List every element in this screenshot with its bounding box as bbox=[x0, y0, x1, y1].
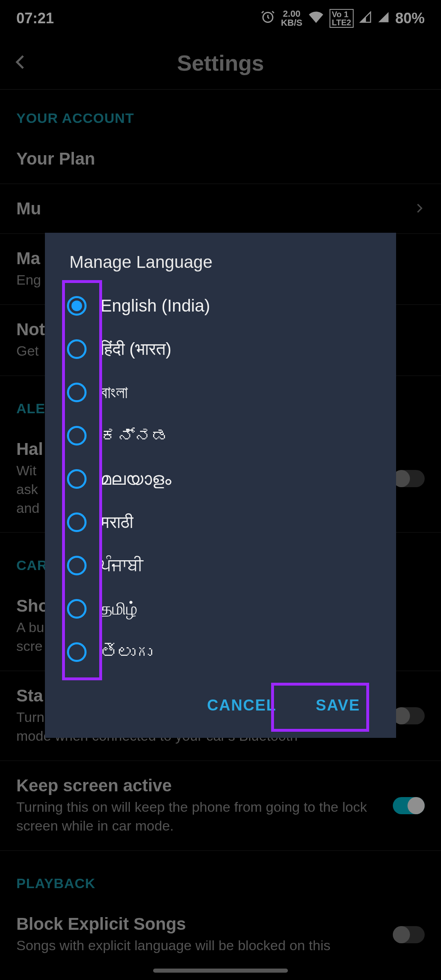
radio-icon[interactable] bbox=[67, 469, 87, 489]
language-label: English (India) bbox=[100, 296, 210, 316]
save-button[interactable]: SAVE bbox=[304, 690, 372, 721]
radio-icon[interactable] bbox=[67, 383, 87, 402]
language-option[interactable]: தமிழ் bbox=[67, 587, 374, 630]
language-option[interactable]: ಕನ್ನಡ bbox=[67, 414, 374, 457]
language-list: English (India)हिंदी (भारत)বাংলাಕನ್ನಡമലയ… bbox=[45, 284, 396, 674]
radio-icon[interactable] bbox=[67, 512, 87, 532]
language-label: മലയാളം bbox=[100, 469, 172, 489]
language-label: தமிழ் bbox=[100, 599, 138, 619]
language-option[interactable]: తెలుగు bbox=[67, 630, 374, 674]
radio-icon[interactable] bbox=[67, 426, 87, 445]
radio-icon[interactable] bbox=[67, 642, 87, 662]
language-label: हिंदी (भारत) bbox=[100, 339, 172, 359]
cancel-button[interactable]: CANCEL bbox=[196, 690, 288, 721]
radio-icon[interactable] bbox=[67, 556, 87, 575]
language-option[interactable]: বাংলা bbox=[67, 371, 374, 414]
dialog-title: Manage Language bbox=[45, 252, 396, 284]
language-label: বাংলা bbox=[100, 383, 128, 402]
language-option[interactable]: English (India) bbox=[67, 284, 374, 327]
language-option[interactable]: मराठी bbox=[67, 501, 374, 544]
language-label: मराठी bbox=[100, 512, 133, 532]
language-option[interactable]: മലയാളം bbox=[67, 457, 374, 501]
language-option[interactable]: ਪੰਜਾਬੀ bbox=[67, 544, 374, 587]
language-option[interactable]: हिंदी (भारत) bbox=[67, 327, 374, 371]
manage-language-dialog: Manage Language English (India)हिंदी (भा… bbox=[45, 233, 396, 738]
language-label: ಕನ್ನಡ bbox=[100, 426, 169, 445]
radio-icon[interactable] bbox=[67, 599, 87, 619]
language-label: ਪੰਜਾਬੀ bbox=[100, 556, 143, 575]
radio-icon[interactable] bbox=[67, 296, 87, 316]
radio-icon[interactable] bbox=[67, 339, 87, 359]
modal-overlay[interactable]: Manage Language English (India)हिंदी (भा… bbox=[0, 0, 441, 980]
gesture-bar bbox=[153, 969, 288, 973]
language-label: తెలుగు bbox=[100, 642, 152, 662]
